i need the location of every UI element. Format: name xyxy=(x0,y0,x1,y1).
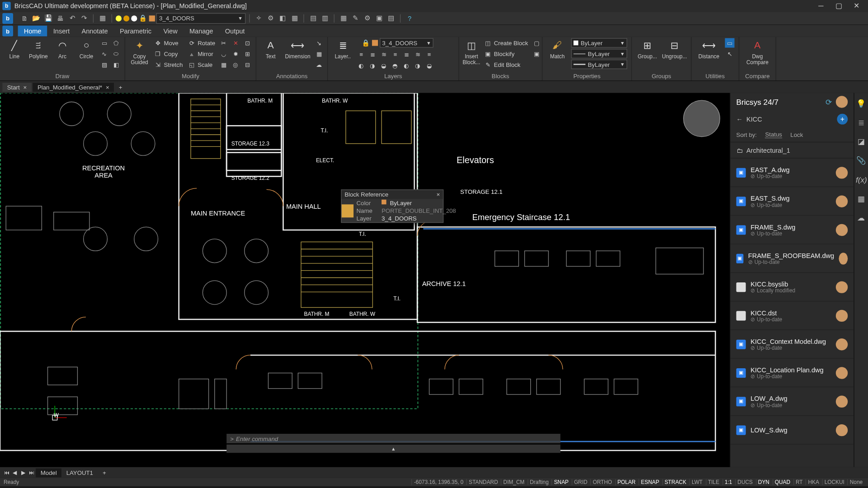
status-toggle[interactable]: TILE xyxy=(706,479,721,485)
dwg-compare-button[interactable]: ADwg Compare xyxy=(743,38,772,66)
status-coords[interactable]: -6073.16, 1396.35, 0 xyxy=(411,479,465,485)
layer-tool-icon[interactable]: ≡ xyxy=(357,49,366,59)
explode-icon[interactable]: ✸ xyxy=(231,49,240,58)
layer-tool-icon[interactable]: ◓ xyxy=(391,61,400,70)
sun2-icon[interactable] xyxy=(123,15,129,21)
block-tool-icon[interactable]: ▢ xyxy=(532,38,541,47)
layer-tool-icon[interactable]: ≣ xyxy=(368,49,377,59)
avatar[interactable] xyxy=(836,96,848,108)
close-icon[interactable]: × xyxy=(24,84,27,90)
layer-tool-icon[interactable]: ≡ xyxy=(391,49,400,59)
rect-icon[interactable]: ▭ xyxy=(99,38,109,47)
status-toggle[interactable]: DIM_CM xyxy=(501,479,526,485)
file-item[interactable]: ▣ KICC_Location Plan.dwg ⊘ Up-to-date xyxy=(730,359,854,387)
line-button[interactable]: ╱Line xyxy=(4,38,25,59)
redo-icon[interactable]: ↷ xyxy=(79,13,90,23)
ellipse-icon[interactable]: ⬭ xyxy=(112,49,121,58)
tool-icon[interactable]: ▣ xyxy=(374,13,385,23)
blocks-icon[interactable]: ▦ xyxy=(856,194,867,205)
tab-insert[interactable]: Insert xyxy=(47,26,76,37)
tool-icon[interactable]: ▦ xyxy=(338,13,349,23)
tool-icon[interactable]: ◧ xyxy=(277,13,288,23)
file-item[interactable]: KICC.bsyslib ⊘ Locally modified xyxy=(730,273,854,301)
scale-button[interactable]: ◱Scale xyxy=(186,60,217,69)
color-swatch-icon[interactable] xyxy=(372,40,378,46)
status-toggle[interactable]: LWT xyxy=(689,479,704,485)
new-icon[interactable]: 🗎 xyxy=(19,13,30,23)
tool-icon[interactable]: ▦ xyxy=(289,13,300,23)
workspace-icon[interactable]: ▦ xyxy=(97,13,108,23)
refresh-icon[interactable]: ⟳ xyxy=(826,98,832,107)
drawing-canvas[interactable]: RECREATION AREA BATHR. M BATHR. W STORAG… xyxy=(0,93,730,467)
layer-tool-icon[interactable]: ≋ xyxy=(413,49,423,59)
color-swatch-icon[interactable] xyxy=(149,15,155,21)
first-icon[interactable]: ⏮ xyxy=(2,468,10,476)
fx-icon[interactable]: f(x) xyxy=(856,175,867,186)
rotate-button[interactable]: ⟳Rotate xyxy=(186,38,217,47)
folder-row[interactable]: 🗀 Architectural_1 xyxy=(730,142,854,159)
next-icon[interactable]: ▶ xyxy=(19,468,27,476)
mirror-button[interactable]: ⟁Mirror xyxy=(186,49,217,58)
command-expand-button[interactable]: ▲ xyxy=(226,445,560,453)
tab-layout1[interactable]: LAYOUT1 xyxy=(61,468,98,477)
layer-combo[interactable]: 3_4_DOORS ▼ xyxy=(156,13,245,23)
status-toggle[interactable]: HKA xyxy=(806,479,821,485)
tab-file[interactable]: Plan_Modified_General*× xyxy=(33,83,114,92)
open-icon[interactable]: 📂 xyxy=(31,13,42,23)
lock-icon[interactable]: 🔒 xyxy=(362,39,370,47)
cloud-icon[interactable]: ☁ xyxy=(314,60,324,69)
add-button[interactable]: + xyxy=(837,114,848,125)
status-toggle[interactable]: 1:1 xyxy=(722,479,734,485)
status-toggle[interactable]: RT xyxy=(793,479,805,485)
app-menu-button[interactable]: b xyxy=(2,13,13,23)
tool-icon[interactable]: ⊟ xyxy=(243,60,252,69)
status-toggle[interactable]: ORTHO xyxy=(590,479,614,485)
file-item[interactable]: ▣ FRAME_S.dwg ⊘ Up-to-date xyxy=(730,216,854,244)
tab-annotate[interactable]: Annotate xyxy=(75,26,113,37)
tab-output[interactable]: Output xyxy=(219,26,251,37)
add-layout-button[interactable]: + xyxy=(98,468,111,477)
freeze-icon[interactable] xyxy=(131,15,137,21)
spline-icon[interactable]: ∿ xyxy=(99,49,109,58)
file-item[interactable]: ▣ LOW_S.dwg xyxy=(730,416,854,444)
sort-lock[interactable]: Lock xyxy=(790,131,803,138)
lock-icon[interactable]: 🔒 xyxy=(139,14,147,22)
table-icon[interactable]: ▦ xyxy=(314,49,324,58)
print-icon[interactable]: 🖶 xyxy=(55,13,66,23)
layer-state-icons[interactable]: 🔒 xyxy=(116,14,155,22)
back-icon[interactable]: ← xyxy=(736,116,743,123)
create-block-button[interactable]: ◫Create Block xyxy=(483,38,529,47)
layer-button[interactable]: ≣Layer.. xyxy=(331,38,354,59)
linetype-combo[interactable]: ByLayer▼ xyxy=(571,49,627,58)
layer-tool-icon[interactable]: ◑ xyxy=(368,61,377,70)
tool-icon[interactable]: ✧ xyxy=(253,13,264,23)
file-item[interactable]: ▣ EAST_S.dwg ⊘ Up-to-date xyxy=(730,187,854,216)
text-button[interactable]: AText xyxy=(260,38,281,59)
status-toggle[interactable]: None xyxy=(848,479,865,485)
group-button[interactable]: ⊞Group... xyxy=(636,38,659,59)
region-icon[interactable]: ◧ xyxy=(112,60,121,69)
arc-button[interactable]: ◠Arc xyxy=(52,38,73,59)
layer-tool-icon[interactable]: ◐ xyxy=(357,61,366,70)
close-button[interactable]: ✕ xyxy=(848,2,866,10)
sun-icon[interactable] xyxy=(116,15,122,21)
polygon-icon[interactable]: ⬠ xyxy=(112,38,121,47)
trim-icon[interactable]: ✂ xyxy=(219,38,228,47)
layer-dropdown[interactable]: 3_4_DOORS▼ xyxy=(380,38,434,47)
status-toggle[interactable]: LOCKUI xyxy=(822,479,846,485)
array-icon[interactable]: ▦ xyxy=(219,60,228,69)
layers-icon[interactable]: ≣ xyxy=(856,118,867,129)
select-icon[interactable]: ▭ xyxy=(725,38,735,47)
file-item[interactable]: ▣ LOW_A.dwg ⊘ Up-to-date xyxy=(730,387,854,416)
edit-block-button[interactable]: ✎Edit Block xyxy=(483,60,529,69)
status-toggle[interactable]: STANDARD xyxy=(467,479,500,485)
status-toggle[interactable]: POLAR xyxy=(615,479,637,485)
tool-icon[interactable]: ⚙ xyxy=(265,13,276,23)
bulb-icon[interactable]: 💡 xyxy=(856,99,867,110)
copy-guided-button[interactable]: ✦Copy Guided xyxy=(129,38,150,66)
layers2-icon[interactable]: ◪ xyxy=(856,137,867,148)
tab-home[interactable]: Home xyxy=(18,26,47,37)
leader-icon[interactable]: ↘ xyxy=(314,38,324,47)
layer-tool-icon[interactable]: ≣ xyxy=(402,49,411,59)
status-toggle[interactable]: STRACK xyxy=(662,479,688,485)
